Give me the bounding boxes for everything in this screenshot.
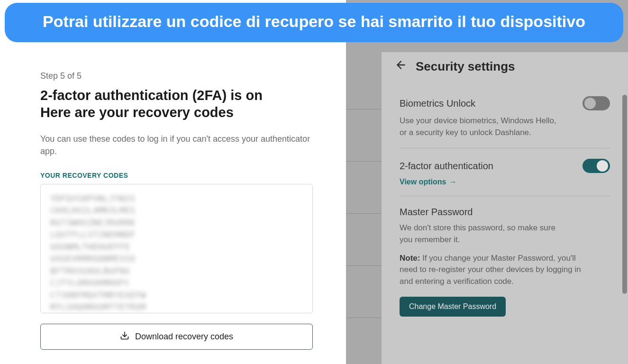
twofa-toggle[interactable] bbox=[582, 159, 610, 173]
twofa-view-options-link[interactable]: View options → bbox=[400, 178, 456, 186]
background-strip bbox=[346, 0, 382, 364]
title-line-1: 2-factor authentication (2FA) is on bbox=[40, 88, 263, 103]
recovery-code: RU73WHXZNEJRURRK bbox=[50, 217, 303, 229]
biometrics-toggle[interactable] bbox=[582, 96, 610, 110]
master-password-description: We don't store this password, so make su… bbox=[400, 222, 565, 246]
scrollbar-thumb[interactable] bbox=[622, 95, 627, 294]
view-options-label: View options bbox=[400, 178, 446, 186]
divider-line bbox=[346, 265, 382, 266]
download-recovery-codes-button[interactable]: Download recovery codes bbox=[40, 324, 313, 350]
recovery-code: BFTRH3G8OLBUFNX bbox=[50, 265, 303, 278]
page-title: 2-factor authentication (2FA) is on Here… bbox=[40, 87, 313, 121]
divider-line bbox=[346, 161, 382, 162]
divider-line bbox=[346, 213, 382, 214]
info-banner: Potrai utilizzare un codice di recupero … bbox=[5, 3, 623, 42]
recovery-codes-panel: Step 5 of 5 2-factor authentication (2FA… bbox=[0, 0, 346, 364]
recovery-codes-label: YOUR RECOVERY CODES bbox=[40, 172, 313, 179]
biometrics-description: Use your device biometrics, Windows Hell… bbox=[400, 115, 565, 138]
master-password-note: Note: If you change your Master Password… bbox=[400, 253, 589, 288]
change-master-password-button[interactable]: Change Master Password bbox=[400, 297, 506, 317]
note-label: Note: bbox=[400, 254, 420, 263]
recovery-code: UOUNMLTHEHUEFFE bbox=[50, 241, 303, 254]
divider-line bbox=[346, 109, 382, 109]
recovery-code: MTLSHQHMXOMTTETRXM bbox=[50, 301, 303, 314]
recovery-code: C738BFMQVTMRYEXEFW bbox=[50, 290, 303, 302]
recovery-code: CJTYLOMXOHMHOFC bbox=[50, 277, 303, 290]
master-password-title: Master Password bbox=[400, 207, 610, 218]
title-line-2: Here are your recovery codes bbox=[40, 105, 234, 120]
right-wrap: Security settings Biometrics Unlock Use … bbox=[382, 0, 628, 364]
master-password-setting: Master Password We don't store this pass… bbox=[400, 196, 610, 326]
scrollbar-track[interactable] bbox=[622, 85, 627, 359]
note-text: If you change your Master Password, you'… bbox=[400, 254, 581, 286]
twofa-title: 2-factor authentication bbox=[400, 161, 493, 172]
divider-line bbox=[346, 318, 382, 318]
back-arrow-icon[interactable] bbox=[395, 59, 407, 74]
biometrics-title: Biometrics Unlock bbox=[400, 98, 475, 109]
recovery-code: CKHLHX2L4MR3LMES bbox=[50, 205, 303, 217]
settings-body: Biometrics Unlock Use your device biomet… bbox=[382, 83, 628, 362]
twofa-setting: 2-factor authentication View options → bbox=[400, 148, 610, 196]
app-container: Step 5 of 5 2-factor authentication (2FA… bbox=[0, 0, 628, 364]
arrow-right-icon: → bbox=[449, 178, 456, 186]
recovery-code: UXGEVRMROQNMESSO bbox=[50, 253, 303, 265]
recovery-codes-box: YDFQVS8PVNLJYW2S CKHLHX2L4MR3LMES RU73WH… bbox=[40, 184, 313, 313]
change-button-label: Change Master Password bbox=[409, 302, 496, 310]
settings-header: Security settings bbox=[382, 52, 628, 83]
page-description: You can use these codes to log in if you… bbox=[40, 133, 313, 157]
download-icon bbox=[120, 331, 129, 343]
banner-text: Potrai utilizzare un codice di recupero … bbox=[43, 12, 585, 30]
settings-title: Security settings bbox=[416, 59, 515, 74]
biometrics-setting: Biometrics Unlock Use your device biomet… bbox=[400, 86, 610, 148]
security-settings-panel: Security settings Biometrics Unlock Use … bbox=[382, 52, 628, 364]
recovery-code: LQXTFLLST2NEHNDF bbox=[50, 229, 303, 241]
step-indicator: Step 5 of 5 bbox=[40, 71, 313, 81]
download-button-label: Download recovery codes bbox=[135, 332, 233, 342]
recovery-code: YDFQVS8PVNLJYW2S bbox=[50, 193, 303, 205]
